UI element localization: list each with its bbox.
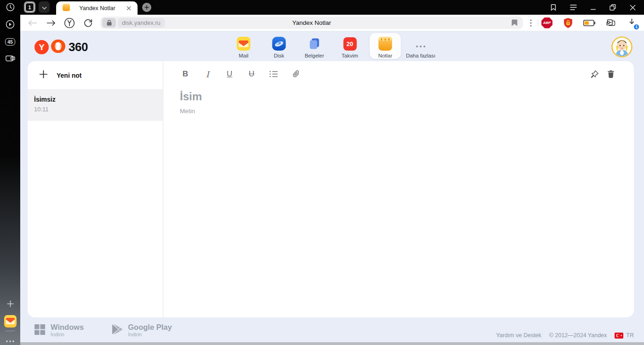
plus-icon [6, 300, 14, 310]
notes-service-icon [379, 37, 392, 51]
chevron-down-icon [42, 3, 47, 12]
close-icon [126, 6, 131, 11]
screenshot-button[interactable] [0, 51, 20, 66]
windows-download-link[interactable]: Windows İndirin [34, 323, 84, 337]
active-tab[interactable]: Yandex Notlar [56, 1, 138, 15]
user-avatar[interactable] [611, 36, 632, 58]
delete-note-button[interactable] [606, 69, 616, 79]
service-label: Belgeler [305, 53, 324, 58]
new-tab-button[interactable] [142, 3, 151, 12]
speed-badge-button[interactable]: 45 [0, 34, 20, 50]
note-list-item[interactable]: İsimsiz 10:11 [28, 90, 163, 121]
close-icon [630, 5, 636, 11]
note-title-input[interactable]: İsim [180, 90, 634, 103]
turkey-flag-icon [615, 333, 623, 339]
list-button[interactable] [268, 69, 279, 80]
tab-close-button[interactable] [125, 4, 133, 12]
refresh-icon [83, 18, 93, 28]
bookmarks-panel-button[interactable] [549, 4, 558, 11]
toolbar-divider [538, 19, 538, 27]
app-title: Google Play [128, 323, 172, 331]
underline-button[interactable]: U [224, 69, 235, 80]
notes-app-card: Yeni not İsimsiz 10:11 B I U U [28, 61, 634, 317]
extensions-row: ABP 1 [541, 17, 644, 29]
tab-title: Yandex Notlar [70, 5, 125, 12]
yandex360-logo[interactable]: Y 360 [34, 39, 88, 55]
y360-blob-icon [51, 39, 66, 55]
protect-button[interactable] [562, 17, 574, 29]
service-more[interactable]: Daha fazlası [405, 33, 437, 59]
rail-add-button[interactable] [0, 297, 20, 312]
screenshot-icon [6, 54, 15, 63]
downloads-button[interactable]: 1 [626, 17, 638, 29]
note-body-input[interactable]: Metin [180, 108, 634, 115]
minimize-button[interactable] [589, 4, 597, 11]
new-note-button[interactable]: Yeni not [28, 61, 163, 90]
history-button[interactable] [0, 0, 20, 16]
bold-button[interactable]: B [180, 69, 191, 80]
calendar-service-icon: 20 [343, 37, 357, 51]
downloads-count-badge: 1 [633, 24, 639, 30]
note-editor: B I U U [163, 61, 634, 317]
rail-more-button[interactable] [0, 332, 20, 345]
back-button[interactable] [27, 17, 39, 29]
service-mail[interactable]: Mail [228, 33, 259, 59]
pin-icon [590, 70, 599, 79]
service-documents[interactable]: Belgeler [299, 33, 330, 59]
minimize-icon [590, 5, 596, 11]
battery-button[interactable] [583, 17, 595, 29]
bookmark-page-button[interactable] [510, 18, 519, 28]
pin-note-button[interactable] [589, 69, 599, 79]
service-disk[interactable]: Disk [264, 33, 295, 59]
address-bar[interactable]: disk.yandex.ru Yandex Notlar [100, 17, 523, 29]
tab-count: 1 [25, 3, 34, 12]
close-window-button[interactable] [628, 4, 637, 11]
plus-icon [39, 70, 48, 80]
attach-button[interactable] [290, 69, 301, 80]
ellipsis-icon [6, 336, 14, 344]
notes-favicon [63, 4, 70, 13]
key-icon [605, 18, 616, 28]
yandex-y-icon [64, 17, 75, 29]
reload-button[interactable] [82, 17, 94, 29]
media-play-button[interactable] [0, 17, 20, 33]
tab-counter-button[interactable]: 1 [24, 1, 35, 13]
service-calendar[interactable]: 20 Takvim [334, 33, 366, 59]
arrow-left-icon [28, 20, 37, 26]
app-subtitle: İndirin [51, 332, 84, 337]
italic-button[interactable]: I [202, 69, 213, 80]
documents-service-icon [308, 37, 322, 51]
googleplay-download-link[interactable]: Google Play İndirin [112, 323, 172, 337]
mail-app-icon [4, 315, 17, 328]
adblock-extension-button[interactable]: ABP [541, 17, 553, 29]
note-time: 10:11 [34, 106, 163, 113]
web-page: Y 360 Mail Disk [20, 31, 644, 345]
bookmark-ribbon-icon [550, 4, 557, 11]
forward-button[interactable] [45, 17, 57, 29]
bookmark-icon [512, 19, 518, 26]
strikethrough-button[interactable]: U [246, 69, 257, 80]
yandex360-header: Y 360 Mail Disk [20, 31, 644, 61]
service-notes[interactable]: Notlar [370, 33, 401, 59]
yandex-button[interactable] [63, 17, 75, 29]
passwords-button[interactable] [604, 17, 616, 29]
site-security-chip[interactable] [102, 18, 116, 28]
taskbar-edge [20, 342, 644, 345]
page-footer: Windows İndirin Google Play İndirin Yard… [28, 318, 634, 342]
google-play-icon [112, 324, 122, 337]
new-note-label: Yeni not [57, 72, 81, 79]
browser-menu-button[interactable] [569, 4, 577, 11]
lock-icon [107, 20, 112, 26]
address-bar-menu-button[interactable] [527, 17, 535, 29]
help-support-link[interactable]: Yardım ve Destek [496, 332, 541, 339]
tab-list-dropdown[interactable] [39, 1, 50, 13]
calendar-date-badge: 20 [343, 37, 356, 51]
yandex-mail-shortcut[interactable] [0, 313, 20, 329]
hamburger-icon [570, 5, 577, 10]
language-switcher[interactable]: TR [615, 332, 634, 339]
services-nav: Mail Disk Belgeler 20 [228, 33, 437, 59]
restore-button[interactable] [609, 4, 617, 11]
battery-icon [583, 20, 595, 26]
arrow-right-icon [46, 20, 56, 26]
url-text[interactable]: disk.yandex.ru [118, 18, 165, 28]
